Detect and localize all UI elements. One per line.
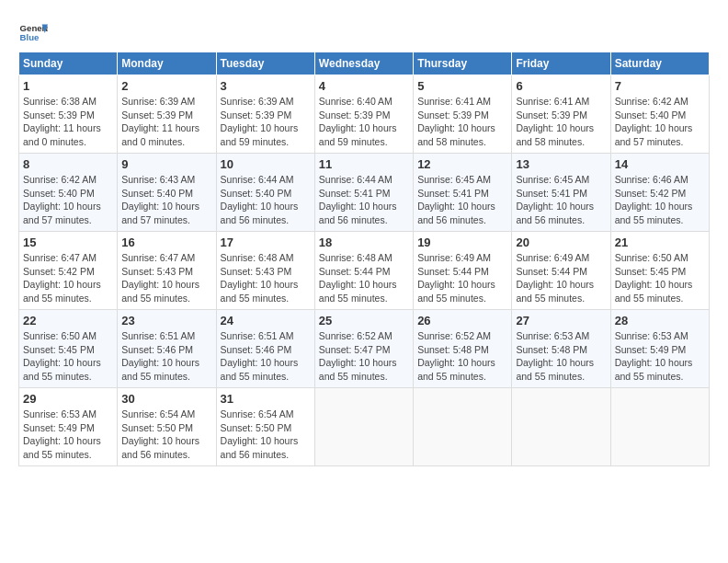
calendar-week-row: 15Sunrise: 6:47 AMSunset: 5:42 PMDayligh… [19,232,710,310]
calendar-cell: 11Sunrise: 6:44 AMSunset: 5:41 PMDayligh… [314,154,413,232]
day-info: Sunrise: 6:53 AMSunset: 5:48 PMDaylight:… [516,329,606,384]
calendar-cell: 31Sunrise: 6:54 AMSunset: 5:50 PMDayligh… [216,388,314,466]
day-number: 1 [23,79,113,93]
day-number: 4 [319,79,409,93]
day-info: Sunrise: 6:38 AMSunset: 5:39 PMDaylight:… [23,95,113,149]
day-number: 5 [417,79,507,93]
day-number: 6 [516,79,606,93]
calendar-cell: 8Sunrise: 6:42 AMSunset: 5:40 PMDaylight… [19,154,118,232]
logo: General Blue [18,18,48,48]
calendar-cell: 2Sunrise: 6:39 AMSunset: 5:39 PMDaylight… [118,75,216,154]
calendar-week-row: 8Sunrise: 6:42 AMSunset: 5:40 PMDaylight… [19,154,710,232]
calendar-cell: 14Sunrise: 6:46 AMSunset: 5:42 PMDayligh… [610,154,709,232]
day-info: Sunrise: 6:41 AMSunset: 5:39 PMDaylight:… [417,95,507,149]
calendar-cell: 10Sunrise: 6:44 AMSunset: 5:40 PMDayligh… [216,154,314,232]
day-number: 2 [121,79,211,93]
calendar-cell: 27Sunrise: 6:53 AMSunset: 5:48 PMDayligh… [512,310,610,388]
calendar-header-thursday: Thursday [414,52,512,75]
calendar-week-row: 22Sunrise: 6:50 AMSunset: 5:45 PMDayligh… [19,310,710,388]
day-number: 7 [615,79,705,93]
calendar-cell [512,388,610,466]
calendar-cell: 1Sunrise: 6:38 AMSunset: 5:39 PMDaylight… [19,75,118,154]
day-number: 14 [615,157,705,171]
day-info: Sunrise: 6:48 AMSunset: 5:43 PMDaylight:… [221,251,311,305]
day-number: 18 [319,236,409,249]
day-info: Sunrise: 6:51 AMSunset: 5:46 PMDaylight:… [121,329,211,384]
day-number: 29 [23,392,113,406]
day-number: 24 [221,314,311,327]
calendar-cell: 7Sunrise: 6:42 AMSunset: 5:40 PMDaylight… [610,75,709,154]
calendar-cell [610,388,709,466]
day-info: Sunrise: 6:46 AMSunset: 5:42 PMDaylight:… [615,173,705,227]
day-number: 28 [615,314,705,327]
day-number: 12 [417,157,507,171]
day-info: Sunrise: 6:53 AMSunset: 5:49 PMDaylight:… [615,329,705,384]
calendar-cell: 28Sunrise: 6:53 AMSunset: 5:49 PMDayligh… [610,310,709,388]
calendar-header-sunday: Sunday [19,52,118,75]
day-info: Sunrise: 6:40 AMSunset: 5:39 PMDaylight:… [319,95,409,149]
calendar-cell: 25Sunrise: 6:52 AMSunset: 5:47 PMDayligh… [314,310,413,388]
day-number: 25 [319,314,409,327]
calendar-header-monday: Monday [118,52,216,75]
day-number: 21 [615,236,705,249]
calendar-cell: 23Sunrise: 6:51 AMSunset: 5:46 PMDayligh… [118,310,216,388]
day-info: Sunrise: 6:50 AMSunset: 5:45 PMDaylight:… [615,251,705,305]
calendar-cell [414,388,512,466]
day-number: 19 [417,236,507,249]
calendar-cell: 21Sunrise: 6:50 AMSunset: 5:45 PMDayligh… [610,232,709,310]
day-info: Sunrise: 6:53 AMSunset: 5:49 PMDaylight:… [23,408,113,462]
day-info: Sunrise: 6:47 AMSunset: 5:42 PMDaylight:… [23,251,113,305]
day-number: 20 [516,236,606,249]
day-info: Sunrise: 6:43 AMSunset: 5:40 PMDaylight:… [121,173,211,227]
day-info: Sunrise: 6:45 AMSunset: 5:41 PMDaylight:… [516,173,606,227]
day-number: 31 [221,392,311,406]
day-number: 8 [23,157,113,171]
calendar-header-wednesday: Wednesday [314,52,413,75]
page-container: General Blue SundayMondayTuesdayWednesda… [18,18,710,466]
day-number: 27 [516,314,606,327]
calendar-cell: 19Sunrise: 6:49 AMSunset: 5:44 PMDayligh… [414,232,512,310]
calendar-cell: 16Sunrise: 6:47 AMSunset: 5:43 PMDayligh… [118,232,216,310]
day-number: 15 [23,236,113,249]
day-number: 11 [319,157,409,171]
general-blue-logo-icon: General Blue [18,18,48,48]
day-number: 23 [121,314,211,327]
day-info: Sunrise: 6:48 AMSunset: 5:44 PMDaylight:… [319,251,409,305]
day-info: Sunrise: 6:39 AMSunset: 5:39 PMDaylight:… [221,95,311,149]
day-number: 30 [121,392,211,406]
day-info: Sunrise: 6:41 AMSunset: 5:39 PMDaylight:… [516,95,606,149]
day-info: Sunrise: 6:44 AMSunset: 5:40 PMDaylight:… [221,173,311,227]
day-info: Sunrise: 6:42 AMSunset: 5:40 PMDaylight:… [615,95,705,149]
day-number: 22 [23,314,113,327]
day-info: Sunrise: 6:50 AMSunset: 5:45 PMDaylight:… [23,329,113,384]
day-info: Sunrise: 6:44 AMSunset: 5:41 PMDaylight:… [319,173,409,227]
calendar-cell: 20Sunrise: 6:49 AMSunset: 5:44 PMDayligh… [512,232,610,310]
calendar-cell: 26Sunrise: 6:52 AMSunset: 5:48 PMDayligh… [414,310,512,388]
day-info: Sunrise: 6:47 AMSunset: 5:43 PMDaylight:… [121,251,211,305]
day-info: Sunrise: 6:54 AMSunset: 5:50 PMDaylight:… [221,408,311,462]
calendar-header-tuesday: Tuesday [216,52,314,75]
day-number: 9 [121,157,211,171]
calendar-cell: 18Sunrise: 6:48 AMSunset: 5:44 PMDayligh… [314,232,413,310]
calendar-cell: 4Sunrise: 6:40 AMSunset: 5:39 PMDaylight… [314,75,413,154]
calendar-header-friday: Friday [512,52,610,75]
day-info: Sunrise: 6:49 AMSunset: 5:44 PMDaylight:… [516,251,606,305]
day-number: 10 [221,157,311,171]
calendar-cell: 15Sunrise: 6:47 AMSunset: 5:42 PMDayligh… [19,232,118,310]
header: General Blue [18,18,710,48]
calendar-body: 1Sunrise: 6:38 AMSunset: 5:39 PMDaylight… [19,75,710,466]
calendar-cell: 22Sunrise: 6:50 AMSunset: 5:45 PMDayligh… [19,310,118,388]
day-number: 26 [417,314,507,327]
calendar-cell: 30Sunrise: 6:54 AMSunset: 5:50 PMDayligh… [118,388,216,466]
day-number: 3 [221,79,311,93]
calendar-header-saturday: Saturday [610,52,709,75]
day-number: 13 [516,157,606,171]
calendar-cell [314,388,413,466]
calendar-cell: 9Sunrise: 6:43 AMSunset: 5:40 PMDaylight… [118,154,216,232]
day-info: Sunrise: 6:54 AMSunset: 5:50 PMDaylight:… [121,408,211,462]
calendar-cell: 13Sunrise: 6:45 AMSunset: 5:41 PMDayligh… [512,154,610,232]
calendar-week-row: 1Sunrise: 6:38 AMSunset: 5:39 PMDaylight… [19,75,710,154]
day-info: Sunrise: 6:49 AMSunset: 5:44 PMDaylight:… [417,251,507,305]
calendar-week-row: 29Sunrise: 6:53 AMSunset: 5:49 PMDayligh… [19,388,710,466]
calendar-cell: 6Sunrise: 6:41 AMSunset: 5:39 PMDaylight… [512,75,610,154]
